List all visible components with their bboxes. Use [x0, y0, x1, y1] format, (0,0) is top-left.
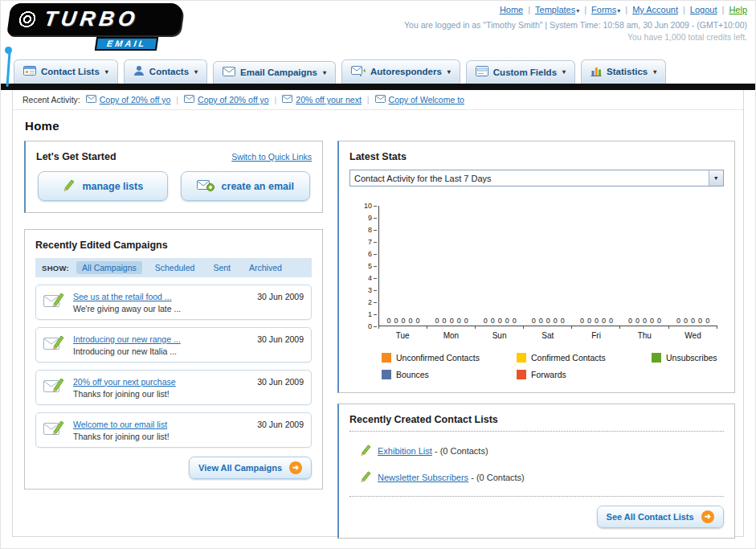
recent-activity-item[interactable]: Copy of 20% off yo — [184, 95, 269, 104]
legend-label: Confirmed Contacts — [531, 353, 606, 363]
nav-tab-autoresponders[interactable]: Autoresponders ▾ — [341, 59, 460, 84]
see-all-contact-lists-label: See All Contact Lists — [607, 512, 694, 522]
campaign-item[interactable]: 20% off your next purchase Thanks for jo… — [35, 370, 312, 405]
bar-value-label: 0 — [491, 317, 495, 325]
campaign-subtitle: Thanks for joining our list! — [73, 432, 250, 441]
nav-tab-email-campaigns[interactable]: Email Campaigns ▾ — [213, 61, 336, 84]
legend-swatch — [382, 370, 391, 379]
chevron-down-icon: ▾ — [617, 7, 620, 14]
bar-value-label: 0 — [532, 317, 536, 325]
app-logo[interactable]: TURBO EMAIL — [9, 3, 182, 51]
credits-info: You have 1,000 total credits left. — [404, 32, 747, 42]
stats-filter-select[interactable]: Contact Activity for the Last 7 Days ▼ — [349, 170, 724, 186]
x-axis-label: Sat — [524, 331, 572, 340]
bar-value-label: 0 — [698, 317, 702, 325]
utility-nav: Home | Templates▾ | Forms▾ | My Account … — [404, 5, 747, 14]
link-label: Templates — [535, 5, 575, 14]
forward-arrow-icon: ➜ — [701, 510, 714, 523]
contact-list-link[interactable]: Newsletter Subscribers — [378, 473, 468, 482]
nav-tab-label: Custom Fields — [493, 68, 557, 77]
nav-tab-contacts[interactable]: Contacts ▾ — [124, 59, 207, 84]
chevron-down-icon: ▾ — [576, 7, 579, 14]
content-frame: Recent Activity: Copy of 20% off yo | Co… — [12, 90, 744, 537]
statistics-icon — [590, 65, 602, 78]
recent-activity-item[interactable]: Copy of 20% off yo — [86, 95, 171, 104]
recent-activity-item[interactable]: Copy of Welcome to — [375, 95, 464, 104]
legend-label: Bounces — [396, 370, 429, 379]
campaign-date: 30 Jun 2009 — [257, 292, 304, 301]
campaigns-title: Recently Edited Campaigns — [35, 240, 312, 251]
campaign-item[interactable]: Introducing our new range ... Introducin… — [35, 327, 312, 363]
recent-activity-link[interactable]: 20% off your next — [296, 95, 362, 104]
contact-activity-chart: 109876543210 00000 00000 00000 00000 000… — [358, 206, 717, 379]
campaign-title-link[interactable]: Welcome to our email list — [73, 420, 250, 429]
tab-all-campaigns[interactable]: All Campaigns — [76, 261, 142, 274]
tab-archived[interactable]: Archived — [243, 261, 288, 274]
view-all-campaigns-label: View All Campaigns — [198, 463, 282, 473]
recent-activity-link[interactable]: Copy of 20% off yo — [198, 95, 269, 104]
campaign-title-link[interactable]: 20% off your next purchase — [73, 377, 250, 387]
nav-tab-label: Autoresponders — [370, 67, 442, 76]
legend-swatch — [517, 353, 526, 363]
nav-tab-contact-lists[interactable]: Contact Lists ▾ — [14, 59, 118, 84]
bar-value-label: 0 — [595, 317, 599, 325]
recent-activity-item[interactable]: 20% off your next — [282, 95, 362, 104]
email-campaigns-icon — [223, 67, 235, 78]
campaign-item[interactable]: Welcome to our email list Thanks for joi… — [35, 412, 312, 448]
edit-campaign-icon — [43, 293, 66, 312]
view-all-campaigns-button[interactable]: View All Campaigns ➜ — [189, 457, 312, 479]
legend-item: Unsubscribes — [652, 353, 717, 363]
contact-list-link[interactable]: Exhibition List — [378, 446, 432, 456]
switch-quick-links-link[interactable]: Switch to Quick Links — [231, 152, 312, 162]
link-forms[interactable]: Forms▾ — [591, 5, 620, 14]
link-label: Forms — [591, 5, 616, 14]
left-column: Let's Get Started Switch to Quick Links … — [24, 141, 323, 490]
link-logout[interactable]: Logout — [690, 5, 717, 14]
chart-group: 00000 — [620, 206, 668, 326]
chevron-down-icon: ▾ — [447, 68, 451, 76]
x-axis-label: Mon — [427, 331, 475, 340]
pencil-icon — [62, 178, 75, 194]
link-home[interactable]: Home — [500, 5, 523, 14]
campaign-item[interactable]: See us at the retail food ... We're givi… — [35, 285, 312, 320]
edit-campaign-icon — [43, 335, 66, 354]
see-all-contact-lists-button[interactable]: See All Contact Lists ➜ — [597, 506, 724, 528]
link-help[interactable]: Help — [729, 5, 747, 14]
autoresponders-icon — [351, 65, 366, 78]
contact-list-item[interactable]: Exhibition List - (0 Contacts) — [349, 437, 724, 464]
legend-label: Unsubscribes — [666, 353, 717, 363]
campaign-title-link[interactable]: Introducing our new range ... — [73, 334, 250, 344]
recent-activity-link[interactable]: Copy of Welcome to — [389, 95, 464, 104]
nav-tab-statistics[interactable]: Statistics ▾ — [581, 59, 666, 84]
tab-sent[interactable]: Sent — [207, 261, 236, 274]
nav-tab-custom-fields[interactable]: Custom Fields ▾ — [466, 60, 575, 84]
create-email-button[interactable]: create an email — [181, 171, 311, 201]
chart-plot-area: 00000 00000 00000 00000 00000 00000 0000… — [378, 206, 717, 326]
x-axis-label: Wed — [668, 331, 717, 340]
chart-group: 00000 — [669, 206, 717, 326]
pencil-icon — [359, 444, 371, 457]
bar-value-label: 0 — [705, 317, 709, 325]
campaign-title-link[interactable]: See us at the retail food ... — [73, 292, 250, 301]
create-email-label: create an email — [222, 181, 294, 192]
bar-value-label: 0 — [416, 317, 420, 325]
link-templates[interactable]: Templates▾ — [535, 5, 579, 14]
recent-activity-link[interactable]: Copy of 20% off yo — [100, 95, 171, 104]
contact-lists-title: Recently Created Contact Lists — [349, 414, 724, 425]
bar-value-label: 0 — [484, 317, 488, 325]
bar-value-label: 0 — [435, 317, 439, 325]
link-my-account[interactable]: My Account — [632, 5, 678, 14]
forward-arrow-icon: ➜ — [289, 461, 302, 474]
envelope-plus-icon — [197, 178, 215, 194]
contact-list-item[interactable]: Newsletter Subscribers - (0 Contacts) — [349, 464, 724, 490]
bar-value-label: 0 — [513, 317, 517, 325]
manage-lists-label: manage lists — [82, 181, 143, 192]
x-axis-label: Thu — [620, 331, 668, 340]
logo-blob: TURBO — [6, 3, 184, 35]
bar-value-label: 0 — [657, 317, 661, 325]
pencil-icon — [359, 470, 371, 484]
tab-scheduled[interactable]: Scheduled — [149, 261, 201, 274]
manage-lists-button[interactable]: manage lists — [38, 171, 168, 201]
header: TURBO EMAIL Home | Templates▾ | Forms▾ |… — [1, 1, 755, 52]
dotted-divider — [349, 496, 724, 497]
